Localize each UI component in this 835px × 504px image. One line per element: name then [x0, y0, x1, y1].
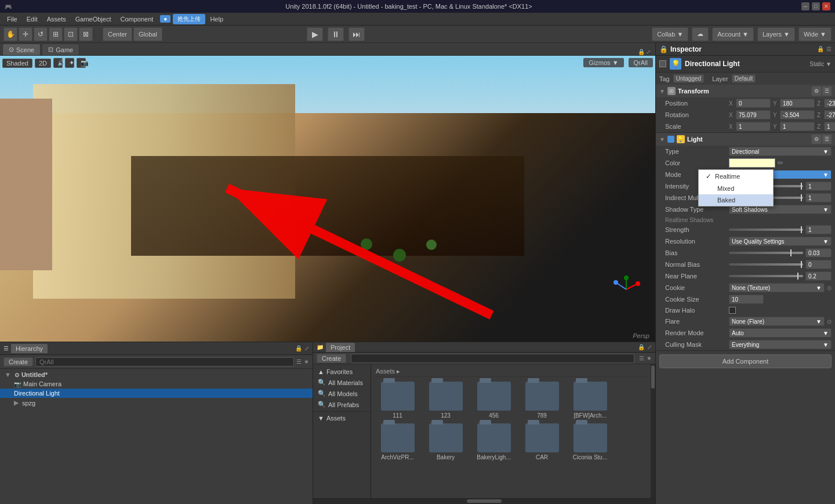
hierarchy-item-maincamera[interactable]: 📷 Main Camera	[0, 379, 313, 389]
create-btn[interactable]: Create	[3, 357, 33, 367]
asset-123[interactable]: 123	[424, 382, 467, 419]
asset-111[interactable]: 111	[376, 382, 419, 419]
color-eyedropper[interactable]: ✏	[778, 159, 783, 167]
dd-mixed[interactable]: Mixed	[699, 183, 773, 194]
rot-x[interactable]	[736, 110, 771, 119]
fav-prefabs[interactable]: 🔍 All Prefabs	[313, 399, 371, 410]
normal-bias-input[interactable]	[805, 260, 832, 269]
maximize-btn[interactable]: □	[812, 2, 820, 10]
transform-tool[interactable]: ⊠	[79, 27, 93, 41]
layer-select[interactable]: Default	[732, 74, 756, 83]
bias-slider[interactable]	[729, 252, 803, 254]
effects-btn[interactable]: ✦	[65, 58, 74, 68]
hierarchy-item-dirlight[interactable]: Directional Light	[0, 389, 313, 398]
transform-settings[interactable]: ⚙	[812, 86, 821, 96]
menu-assets[interactable]: Assets	[42, 14, 71, 24]
scale-z[interactable]	[824, 122, 835, 131]
game-tab[interactable]: ⊡ Game	[42, 43, 79, 55]
cookie-size-input[interactable]	[729, 295, 764, 304]
asset-ciconia[interactable]: Ciconia Stu...	[568, 423, 612, 461]
menu-upload[interactable]: 抢先上传	[173, 14, 205, 24]
dd-baked[interactable]: Baked	[699, 194, 773, 206]
minimize-btn[interactable]: ─	[801, 2, 809, 10]
scene-tab[interactable]: ⊙ Scene	[2, 43, 41, 55]
menu-help[interactable]: Help	[205, 14, 228, 24]
strength-input[interactable]	[805, 225, 832, 234]
close-btn[interactable]: ✕	[822, 2, 830, 10]
flare-dropdown[interactable]: None (Flare) ▼	[729, 317, 825, 326]
camera-btn[interactable]: 📷	[77, 58, 86, 68]
move-tool[interactable]: ✛	[19, 27, 32, 41]
project-hscrollbar[interactable]	[313, 498, 655, 504]
layers-btn[interactable]: Layers ▼	[757, 27, 795, 41]
pos-x[interactable]	[736, 99, 771, 108]
dd-realtime[interactable]: ✓ Realtime	[699, 170, 773, 183]
center-btn[interactable]: Center	[103, 27, 132, 41]
scale-tool[interactable]: ⊞	[49, 27, 63, 41]
near-plane-input[interactable]	[805, 271, 832, 281]
render-mode-dropdown[interactable]: Auto ▼	[729, 328, 832, 338]
hierarchy-item-untitled[interactable]: ▼ ⊙ Untitled*	[0, 370, 313, 379]
collab-btn[interactable]: Collab ▼	[652, 27, 688, 41]
rect-tool[interactable]: ⊡	[64, 27, 78, 41]
all-btn[interactable]: QrAll	[629, 58, 653, 67]
rot-y[interactable]	[780, 110, 815, 119]
light-settings[interactable]: ⚙	[812, 135, 821, 144]
menu-file[interactable]: File	[2, 14, 22, 24]
play-btn[interactable]: ▶	[307, 27, 323, 41]
rotate-tool[interactable]: ↺	[34, 27, 48, 41]
project-tab[interactable]: Project	[326, 343, 355, 352]
rot-z[interactable]	[824, 110, 835, 119]
scale-x[interactable]	[736, 122, 771, 131]
menu-edit[interactable]: Edit	[22, 14, 42, 24]
global-btn[interactable]: Global	[133, 27, 162, 41]
asset-bfw[interactable]: [BFW]Arch...	[568, 382, 612, 419]
hierarchy-tab[interactable]: Hierarchy	[11, 344, 48, 353]
transform-header[interactable]: ▼ ⊞ Transform ⚙ ☰	[656, 85, 835, 97]
cookie-select-icon[interactable]: ⊙	[827, 285, 832, 291]
light-menu[interactable]: ☰	[822, 135, 832, 144]
shaded-dropdown[interactable]: Shaded	[2, 59, 32, 68]
mode-dropdown-overlay[interactable]: ✓ Realtime Mixed Baked	[698, 169, 774, 206]
near-plane-slider[interactable]	[729, 275, 803, 277]
obj-enabled-checkbox[interactable]	[659, 60, 666, 67]
pos-z[interactable]	[824, 99, 835, 108]
audio-btn[interactable]: 🔊	[53, 58, 63, 68]
cloud-btn[interactable]: ☁	[692, 27, 709, 41]
scroll-thumb[interactable]	[651, 365, 655, 389]
fav-models[interactable]: 🔍 All Models	[313, 388, 371, 399]
asset-bakerylight[interactable]: BakeryLigh...	[472, 423, 515, 461]
color-picker[interactable]	[729, 158, 775, 168]
step-btn[interactable]: ⏭	[348, 27, 365, 41]
2d-btn[interactable]: 2D	[35, 59, 51, 68]
menu-gameobject[interactable]: GameObject	[71, 14, 116, 24]
asset-789[interactable]: 789	[520, 382, 564, 419]
cookie-dropdown[interactable]: None (Texture) ▼	[729, 283, 825, 292]
project-search[interactable]	[351, 354, 634, 363]
obj-name-field[interactable]: Directional Light	[685, 60, 806, 68]
fav-assets[interactable]: ▼ Assets	[313, 413, 371, 423]
type-dropdown[interactable]: Directional ▼	[729, 147, 832, 156]
hierarchy-search[interactable]	[35, 357, 294, 367]
flare-select-icon[interactable]: ⊙	[827, 318, 832, 325]
asset-bakery[interactable]: Bakery	[424, 423, 467, 461]
menu-component[interactable]: Component	[115, 14, 158, 24]
scene-viewport[interactable]: Shaded 2D 🔊 ✦ 📷 Gizmos ▼ QrAll	[0, 56, 655, 342]
light-header[interactable]: ▼ 💡 Light ⚙ ☰	[656, 133, 835, 146]
asset-456[interactable]: 456	[472, 382, 515, 419]
normal-bias-slider[interactable]	[729, 263, 803, 266]
account-btn[interactable]: Account ▼	[712, 27, 754, 41]
bias-input[interactable]	[805, 248, 832, 258]
tag-select[interactable]: Untagged	[673, 74, 704, 83]
resolution-dropdown[interactable]: Use Quality Settings ▼	[729, 237, 832, 246]
project-scrollbar[interactable]	[651, 364, 655, 498]
hierarchy-item-spzg[interactable]: ▶ spzg	[0, 398, 313, 408]
gizmos-btn[interactable]: Gizmos ▼	[583, 58, 623, 67]
pos-y[interactable]	[780, 99, 815, 108]
strength-slider[interactable]	[729, 229, 803, 231]
draw-halo-checkbox[interactable]	[729, 307, 736, 314]
static-label[interactable]: Static ▼	[809, 61, 832, 67]
asset-archviz[interactable]: ArchVizPR...	[376, 423, 419, 461]
asset-car[interactable]: CAR	[520, 423, 564, 461]
fav-materials[interactable]: 🔍 All Materials	[313, 377, 371, 388]
